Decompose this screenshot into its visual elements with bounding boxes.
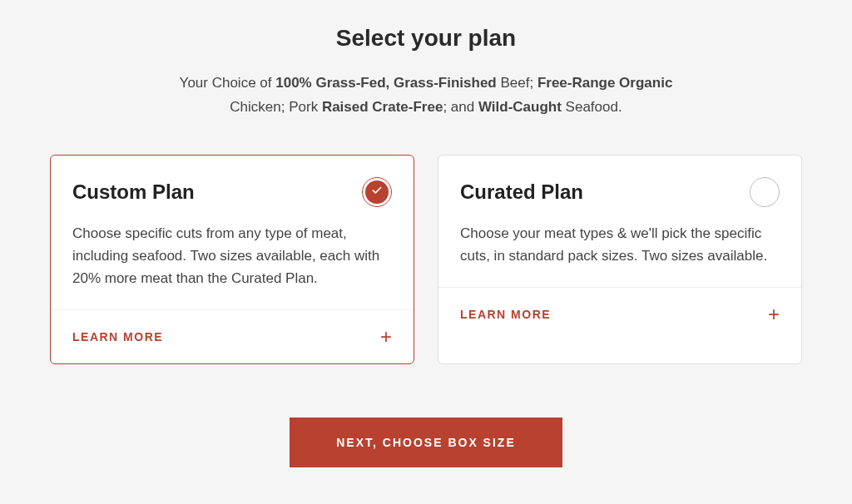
page-title: Select your plan [336,25,516,52]
plan-card-custom[interactable]: Custom Plan Choose specific cuts from an… [50,155,414,365]
plan-description: Choose specific cuts from any type of me… [72,222,392,290]
plan-title: Curated Plan [460,180,583,204]
plan-card-curated[interactable]: Curated Plan Choose your meat types & we… [438,155,802,365]
subtitle-bold: Wild-Caught [478,99,562,115]
subtitle-text: Seafood. [562,99,622,115]
learn-more-label: Learn More [72,330,163,343]
subtitle: Your Choice of 100% Grass-Fed, Grass-Fin… [160,72,692,120]
subtitle-text: Your Choice of [180,75,276,91]
plan-title: Custom Plan [72,180,195,204]
plan-description: Choose your meat types & we'll pick the … [460,222,780,267]
learn-more-label: Learn More [460,308,551,321]
learn-more-row[interactable]: Learn More + [51,309,414,363]
plus-icon: + [768,303,780,326]
subtitle-text: Chicken; Pork [230,99,322,115]
subtitle-bold: Raised Crate-Free [322,99,443,115]
subtitle-text: ; and [443,99,478,115]
radio-unselected[interactable] [750,177,780,207]
plus-icon: + [380,325,392,348]
subtitle-bold: Free-Range Organic [537,75,673,91]
subtitle-text: Beef; [497,75,537,91]
plans-row: Custom Plan Choose specific cuts from an… [50,155,802,365]
check-icon [371,185,383,199]
radio-selected[interactable] [362,177,392,207]
subtitle-bold: 100% Grass-Fed, Grass-Finished [275,75,497,91]
learn-more-row[interactable]: Learn More + [438,287,801,341]
next-button[interactable]: Next, Choose Box Size [290,418,562,467]
